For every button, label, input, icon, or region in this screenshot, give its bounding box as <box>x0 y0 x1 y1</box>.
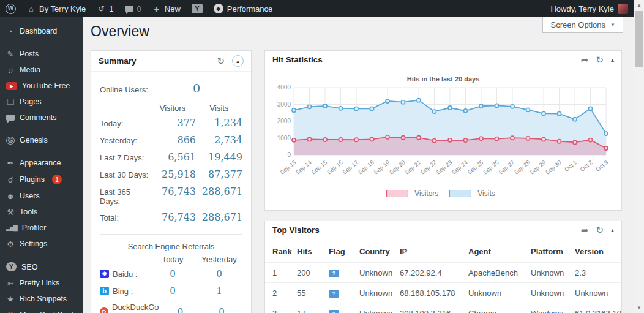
platform-cell: Unknown <box>531 288 575 298</box>
comments-icon <box>6 115 15 121</box>
country-cell: Unknown <box>359 268 400 277</box>
yesterday-value: 1 <box>196 285 242 296</box>
agent-cell: Chrome <box>468 309 531 313</box>
sidebar-item-dashboard[interactable]: ◔Dashboard <box>0 23 83 39</box>
search-engine-label: Bing : <box>113 287 133 296</box>
summary-row: Today:3771,234 <box>91 114 251 131</box>
visits-value: 2,734 <box>196 134 242 146</box>
sidebar-item-rich-snippets[interactable]: ★Rich Snippets <box>0 291 83 307</box>
scroll-up-icon[interactable]: ▲ <box>634 2 644 8</box>
summary-row: Last 365 Days:76,743288,671 <box>91 183 251 208</box>
sidebar-item-label: Pages <box>20 97 41 106</box>
sidebar-item-appearance[interactable]: ✒Appearance <box>0 155 83 171</box>
sidebar-item-label: Settings <box>20 239 47 248</box>
sidebar-item-pages[interactable]: ❏Pages <box>0 94 83 110</box>
ip-cell: 208.100.3.216 <box>400 309 468 313</box>
table-row: 1200?Unknown67.202.92.4ApacheBenchUnknow… <box>265 262 621 282</box>
visitors-value: 76,743 <box>149 211 196 223</box>
svg-text:Oct 1: Oct 1 <box>563 159 578 173</box>
collapse-icon[interactable]: ▴ <box>611 227 614 233</box>
plus-icon: + <box>152 4 161 13</box>
sidebar-item-media[interactable]: ♫Media <box>0 62 83 78</box>
collapse-toggle-button[interactable]: ▴ <box>232 55 244 67</box>
sidebar-item-plugins[interactable]: ☌Plugins1 <box>0 171 83 188</box>
sidebar-item-youtube-free[interactable]: ▶YouTube Free <box>0 78 83 94</box>
export-icon[interactable]: ➦ <box>581 55 589 64</box>
table-row: 317?Unknown208.100.3.216ChromeWindows61.… <box>265 303 621 313</box>
site-name-menu[interactable]: ⌂ By Terry Kyle <box>21 0 91 17</box>
visits-value: 1,234 <box>196 117 242 129</box>
sidebar-item-seo[interactable]: YSEO <box>0 258 83 275</box>
sidebar-item-pretty-links[interactable]: ➳Pretty Links <box>0 275 83 291</box>
svg-text:Sep 23: Sep 23 <box>435 159 453 176</box>
performance-icon: ◆ <box>214 4 223 13</box>
today-value: 0 <box>149 268 196 279</box>
sidebar-item-label: Users <box>20 192 40 200</box>
summary-row-label: Last 7 Days: <box>100 153 149 162</box>
column-header-version: Version <box>575 247 614 256</box>
svg-text:Sep 22: Sep 22 <box>419 159 438 176</box>
yoast-icon: Y <box>192 4 203 13</box>
home-icon: ⌂ <box>27 5 36 13</box>
sidebar-item-profiler[interactable]: ▂▅▇Profiler <box>0 220 83 236</box>
sidebar-item-label: Rich Snippets <box>20 295 67 303</box>
yoast-seo-menu[interactable]: Y <box>186 0 208 17</box>
users-icon: ☻ <box>6 192 15 200</box>
scroll-down-icon[interactable]: ▼ <box>634 305 644 311</box>
summary-row-label: Today: <box>100 119 149 128</box>
visitors-table-header: RankHitsFlagCountryIPAgentPlatformVersio… <box>265 239 621 262</box>
hit-statistics-title: Hit Statistics <box>272 55 581 64</box>
svg-text:Sep 19: Sep 19 <box>372 159 391 176</box>
column-header-rank: Rank <box>272 247 297 256</box>
sidebar-item-label: Profiler <box>22 224 47 232</box>
wp-logo-menu[interactable]: W <box>0 0 21 17</box>
hits-cell: 200 <box>297 268 329 277</box>
svg-text:0: 0 <box>287 151 291 158</box>
richsnippets-icon: ★ <box>6 295 15 303</box>
export-icon[interactable]: ➦ <box>581 225 589 235</box>
sidebar-item-tools[interactable]: ⚒Tools <box>0 204 83 220</box>
summary-title: Summary <box>99 56 217 66</box>
refresh-icon[interactable]: ↻ <box>217 56 225 66</box>
sidebar-item-comments[interactable]: Comments <box>0 110 83 126</box>
new-label: New <box>165 4 181 13</box>
svg-text:Oct 3: Oct 3 <box>594 159 609 173</box>
sidebar-item-label: SEO <box>21 263 37 271</box>
column-header-platform: Platform <box>531 247 575 256</box>
visitors-value: 76,743 <box>149 186 196 197</box>
refresh-icon[interactable]: ↻ <box>596 225 604 235</box>
column-header-country: Country <box>359 247 400 256</box>
svg-text:Sep 30: Sep 30 <box>544 159 563 176</box>
sidebar-item-posts[interactable]: ✎Posts <box>0 46 83 62</box>
sidebar-item-label: Plugins <box>20 175 45 184</box>
today-value: 0 <box>149 285 196 296</box>
screen-options-button[interactable]: Screen Options ▼ <box>542 17 623 33</box>
top-visitors-title: Top Visitors <box>272 225 581 235</box>
summary-row: Yesterday:8662,734 <box>91 131 251 148</box>
svg-text:Sep 17: Sep 17 <box>341 159 359 176</box>
comments-menu[interactable]: 0 <box>119 0 147 17</box>
svg-text:Oct 2: Oct 2 <box>578 159 593 173</box>
hit-statistics-panel-header: Hit Statistics ➦ ↻ ▴ <box>265 51 621 69</box>
sidebar-item-users[interactable]: ☻Users <box>0 188 83 204</box>
sidebar-item-settings[interactable]: ⚙Settings <box>0 236 83 252</box>
hits-cell: 55 <box>297 288 329 298</box>
scrollbar-thumb[interactable] <box>635 11 643 67</box>
flag-cell: ? <box>329 268 359 277</box>
hit-statistics-panel: Hit Statistics ➦ ↻ ▴ Hits in the last 20… <box>264 50 622 211</box>
search-engine-label-wrap: bBing : <box>100 287 149 296</box>
performance-menu[interactable]: ◆ Performance <box>208 0 278 17</box>
refresh-icon[interactable]: ↻ <box>596 55 604 64</box>
updates-menu[interactable]: ↺ 1 <box>91 0 119 17</box>
settings-icon: ⚙ <box>6 240 15 248</box>
sidebar-item-genesis[interactable]: GGenesis <box>0 132 83 148</box>
collapse-icon[interactable]: ▴ <box>611 57 614 63</box>
new-content-menu[interactable]: + New <box>147 0 186 17</box>
sidebar-item-mass-post-producer[interactable]: ✖Mass Post Producer <box>0 307 83 313</box>
appearance-icon: ✒ <box>6 159 15 167</box>
vertical-scrollbar[interactable]: ▲ ▼ <box>634 0 644 313</box>
yesterday-value: 0 <box>196 268 242 279</box>
page-title: Overview <box>91 23 149 40</box>
account-menu[interactable]: Howdy, Terry Kyle <box>545 0 634 17</box>
column-header-ip: IP <box>400 247 468 256</box>
